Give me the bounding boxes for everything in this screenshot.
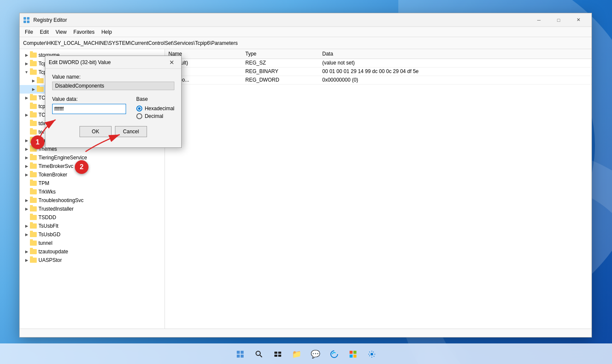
tree-arrow: ▶ (23, 207, 30, 211)
tree-item-tokenbroker[interactable]: ▶ TokenBroker (20, 170, 165, 179)
dialog-body: Value name: DisabledComponents Value dat… (45, 69, 181, 147)
svg-point-20 (371, 353, 373, 355)
tree-item-trkwks[interactable]: ▶ TrkWks (20, 188, 165, 196)
taskbar-edge-button[interactable] (326, 346, 343, 363)
svg-rect-13 (278, 352, 281, 354)
cell-type: REG_SZ (242, 59, 319, 67)
table-row[interactable]: Compo... REG_DWORD 0x00000000 (0) (165, 76, 591, 84)
tree-arrow: ▶ (23, 53, 30, 57)
folder-icon (30, 223, 37, 229)
tree-arrow: ▶ (23, 62, 30, 66)
tree-item-tieringengineservice[interactable]: ▶ TieringEngineService (20, 153, 165, 162)
base-group: Base Hexadecimal Decimal (136, 96, 174, 119)
menu-file[interactable]: File (21, 27, 36, 37)
menu-help[interactable]: Help (98, 27, 115, 37)
folder-icon (37, 78, 44, 83)
right-pane: Name Type Data (Default) REG_SZ (value n… (165, 49, 591, 329)
window-controls: ─ □ ✕ (529, 13, 588, 27)
tree-arrow: ▶ (23, 96, 30, 100)
folder-icon (30, 70, 37, 75)
taskbar-chat-button[interactable]: 💬 (307, 346, 324, 363)
taskbar-start-button[interactable] (232, 346, 249, 363)
tree-item-tsusbgd[interactable]: ▶ TsUsbGD (20, 230, 165, 239)
folder-icon (30, 198, 37, 203)
tree-item-tunnel[interactable]: ▶ tunnel (20, 239, 165, 247)
tree-arrow: ▶ (23, 232, 30, 237)
tree-arrow: ▶ (23, 173, 30, 177)
tree-arrow: ▶ (30, 79, 37, 83)
tree-label: UASPStor (38, 257, 62, 263)
ok-button[interactable]: OK (79, 126, 112, 137)
dialog-title-bar: Edit DWORD (32-bit) Value ✕ (45, 56, 181, 69)
folder-icon (30, 155, 37, 160)
close-button[interactable]: ✕ (568, 13, 588, 27)
tree-item-timebrokersvc[interactable]: ▶ TimeBrokerSvc (20, 162, 165, 170)
minimize-button[interactable]: ─ (529, 13, 549, 27)
cell-type: REG_BINARY (242, 67, 319, 76)
cell-data: (value not set) (319, 59, 591, 67)
registry-table: Name Type Data (Default) REG_SZ (value n… (165, 49, 591, 85)
folder-icon (30, 258, 37, 263)
menu-view[interactable]: View (52, 27, 70, 37)
tree-item-uaspstor[interactable]: ▶ UASPStor (20, 256, 165, 264)
folder-icon (30, 241, 37, 246)
table-row[interactable]: (Default) REG_SZ (value not set) (165, 59, 591, 67)
taskbar-search-button[interactable] (250, 346, 268, 363)
tree-arrow: ▶ (23, 164, 30, 168)
tree-label: TimeBrokerSvc (38, 163, 74, 169)
col-type: Type (242, 49, 319, 59)
value-name-display: DisabledComponents (52, 82, 174, 90)
radio-decimal[interactable]: Decimal (136, 113, 174, 119)
svg-rect-1 (27, 17, 29, 20)
tree-item-troubleshootingsvc[interactable]: ▶ TroubleshootingSvc (20, 196, 165, 205)
svg-rect-0 (24, 17, 26, 20)
value-data-input[interactable] (52, 104, 126, 114)
title-bar: Registry Editor ─ □ ✕ (20, 13, 591, 27)
annotation-1-number: 1 (36, 138, 40, 146)
tree-label: TSDDD (38, 214, 56, 220)
svg-rect-18 (350, 355, 353, 358)
dec-radio-label: Decimal (145, 113, 163, 119)
taskbar: 📁 💬 (0, 343, 612, 364)
svg-rect-12 (274, 352, 277, 354)
table-row[interactable]: DUID REG_BINARY 00 01 00 01 29 14 99 dc … (165, 67, 591, 76)
cancel-button[interactable]: Cancel (115, 126, 147, 137)
menu-favorites[interactable]: Favorites (70, 27, 98, 37)
taskbar-fileexplorer-button[interactable]: 📁 (288, 346, 305, 363)
svg-rect-2 (24, 21, 26, 23)
tree-item-tzautoupdate[interactable]: ▶ tzautoupdate (20, 247, 165, 256)
svg-rect-17 (353, 351, 356, 354)
tree-item-tpm[interactable]: ▶ TPM (20, 179, 165, 188)
taskbar-taskview-button[interactable] (269, 346, 286, 363)
svg-rect-15 (278, 355, 281, 357)
tree-item-tsddd[interactable]: ▶ TSDDD (20, 213, 165, 222)
annotation-1: 1 (31, 135, 44, 149)
folder-icon (30, 206, 37, 211)
taskbar-store-button[interactable] (344, 346, 362, 363)
col-data: Data (319, 49, 591, 59)
address-path: Computer\HKEY_LOCAL_MACHINE\SYSTEM\Curre… (23, 40, 238, 46)
cell-data: 0x00000000 (0) (319, 76, 591, 84)
tree-item-trustedinstaller[interactable]: ▶ TrustedInstaller (20, 205, 165, 213)
folder-icon (30, 172, 37, 177)
taskbar-icons: 📁 💬 (232, 346, 380, 363)
taskbar-settings-button[interactable] (363, 346, 380, 363)
maximize-button[interactable]: □ (549, 13, 568, 27)
svg-rect-19 (353, 355, 356, 358)
dialog-title-text: Edit DWORD (32-bit) Value (49, 59, 166, 65)
menu-bar: File Edit View Favorites Help (20, 27, 591, 37)
menu-edit[interactable]: Edit (36, 27, 52, 37)
tree-arrow: ▶ (23, 250, 30, 254)
dialog-close-button[interactable]: ✕ (166, 57, 178, 68)
app-icon (23, 17, 30, 23)
svg-rect-14 (274, 355, 277, 357)
tree-item-tsusbflt[interactable]: ▶ TsUsbFlt (20, 222, 165, 230)
svg-rect-6 (237, 351, 240, 354)
tree-arrow: ▶ (23, 113, 30, 117)
folder-icon (30, 232, 37, 237)
tree-arrow: ▶ (30, 87, 37, 91)
folder-icon (30, 53, 37, 58)
folder-icon (30, 95, 37, 100)
tree-label: TroubleshootingSvc (38, 197, 84, 203)
radio-hexadecimal[interactable]: Hexadecimal (136, 106, 174, 112)
